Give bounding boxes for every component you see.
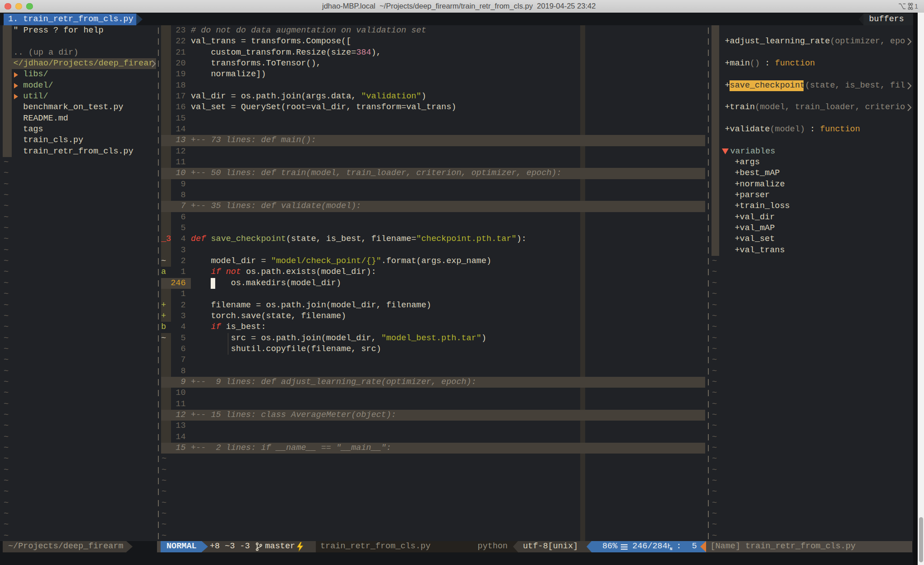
svg-text:N: N bbox=[670, 546, 672, 551]
svg-text:1: 1 bbox=[915, 3, 918, 10]
